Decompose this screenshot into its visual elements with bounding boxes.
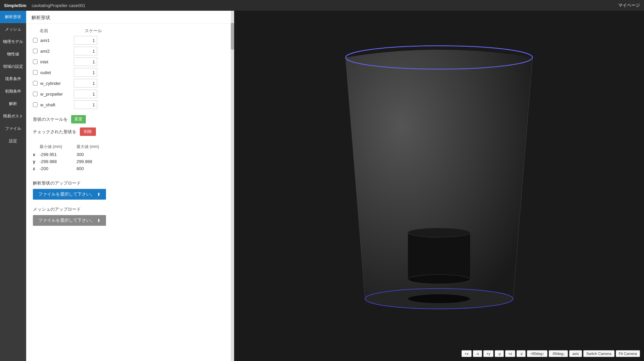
cam-btn--z[interactable]: +z [505,350,515,357]
delete-action-row: チェックされた形状を 削除 [33,127,227,136]
left-nav: 解析形状メッシュ物理モデル物性値領域の設定境界条件初期条件解析簡易ポストファイル… [0,11,26,361]
scroll-thumb[interactable] [231,23,234,50]
shape-name-w_shaft: w_shaft [40,102,74,107]
brand-logo: SimpleSim [4,3,26,8]
scale-input-w_cylinder[interactable] [74,79,97,88]
svg-point-14 [408,274,470,284]
upload-shape-label: 解析形状のアップロード [33,180,227,186]
bounds-max-x: 300 [76,152,113,157]
shape-row: w_propeller [33,90,227,98]
3d-shape-svg [234,11,644,361]
svg-point-13 [408,228,470,237]
panel-title: 解析形状 [26,11,234,24]
shape-name-w_propeller: w_propeller [40,92,74,97]
delete-button[interactable]: 削除 [80,127,96,136]
bounds-max-header: 最大値 (mm) [76,144,113,150]
main-layout: 解析形状メッシュ物理モデル物性値領域の設定境界条件初期条件解析簡易ポストファイル… [0,11,644,361]
shape-rows: ami1ami2inletoutletw_cylinderw_propeller… [33,36,227,109]
cam-btn--90deg-[interactable]: +90deg↑ [527,350,547,357]
scale-input-w_shaft[interactable] [74,100,97,109]
svg-point-12 [408,294,470,303]
cam-btn--y[interactable]: -y [495,350,504,357]
shape-checkbox-inlet[interactable] [33,59,38,64]
nav-item-簡易ポスト[interactable]: 簡易ポスト [0,110,26,122]
scale-input-w_propeller[interactable] [74,90,97,98]
shape-row: ami1 [33,36,227,45]
upload-shape-section: 解析形状のアップロード ファイルを選択して下さい。 ⬆ [33,180,227,200]
bounds-row-z: z-200800 [33,165,227,172]
bounds-header: 最小値 (mm) 最大値 (mm) [33,144,227,150]
shape-checkbox-w_propeller[interactable] [33,92,38,96]
shape-name-ami2: ami2 [40,49,74,54]
camera-buttons: +x-x+y-y+z-z+90deg↑-90deg↓axisSwitch Cam… [462,350,640,357]
upload-shape-btn-text: ファイルを選択して下さい。 [38,191,95,197]
shape-row: ami2 [33,47,227,55]
nav-item-物理モデル[interactable]: 物理モデル [0,36,26,48]
upload-mesh-btn-text: ファイルを選択して下さい。 [38,217,95,223]
cam-btn--x[interactable]: +x [462,350,472,357]
shape-row: w_cylinder [33,79,227,88]
bounds-axis-x: x [33,152,40,157]
shape-row: outlet [33,68,227,77]
col-scale-header: スケール [80,28,107,34]
nav-item-解析形状[interactable]: 解析形状 [0,11,26,23]
bounds-row-x: x-299.951300 [33,151,227,158]
shape-table-header: 名前 スケール [33,28,227,34]
nav-item-境界条件[interactable]: 境界条件 [0,73,26,85]
cam-btn-Switch-Camera[interactable]: Switch Camera [583,350,614,357]
mypage-link[interactable]: マイページ [618,2,640,8]
scale-input-ami2[interactable] [74,47,97,55]
col-name-header: 名前 [40,28,80,34]
nav-item-領域の設定[interactable]: 領域の設定 [0,60,26,73]
cam-btn-Fit-Camera[interactable]: Fit Camera [616,350,640,357]
bounds-min-x: -299.951 [40,152,76,157]
cam-btn--y[interactable]: +y [483,350,493,357]
bounds-min-z: -200 [40,166,76,171]
center-panel: 解析形状 名前 スケール ami1ami2inletoutletw_cylind… [26,11,234,361]
nav-item-物性値[interactable]: 物性値 [0,48,26,60]
bounds-max-y: 299.988 [76,159,113,164]
scrollbar[interactable] [231,11,234,361]
center-scroll: 名前 スケール ami1ami2inletoutletw_cylinderw_p… [26,24,234,361]
nav-item-設定[interactable]: 設定 [0,135,26,147]
bounds-axis-z: z [33,166,40,171]
nav-item-初期条件[interactable]: 初期条件 [0,85,26,98]
cam-btn-axis[interactable]: axis [569,350,582,357]
bounds-axis-y: y [33,159,40,164]
nav-item-ファイル[interactable]: ファイル [0,122,26,135]
upload-shape-button[interactable]: ファイルを選択して下さい。 ⬆ [33,189,106,200]
shape-name-inlet: inlet [40,59,74,64]
cam-btn--x[interactable]: -x [473,350,482,357]
shape-checkbox-ami2[interactable] [33,49,38,53]
bounds-section: 最小値 (mm) 最大値 (mm) x-299.951300y-299.9882… [33,144,227,172]
bounds-min-y: -299.988 [40,159,76,164]
shape-row: w_shaft [33,100,227,109]
bounds-rows: x-299.951300y-299.988299.988z-200800 [33,151,227,172]
scale-input-inlet[interactable] [74,57,97,66]
shape-checkbox-outlet[interactable] [33,70,38,75]
shape-row: inlet [33,57,227,66]
scale-input-outlet[interactable] [74,68,97,77]
nav-item-メッシュ[interactable]: メッシュ [0,23,26,36]
upload-icon: ⬆ [97,192,101,197]
scale-input-ami1[interactable] [74,36,97,45]
upload-mesh-icon: ⬆ [97,218,101,223]
case-title: cavitatingPropeller case001 [32,3,85,8]
upload-mesh-label: メッシュのアップロード [33,206,227,212]
shape-checkbox-ami1[interactable] [33,38,38,43]
cam-btn--90deg-[interactable]: -90deg↓ [549,350,568,357]
nav-item-解析[interactable]: 解析 [0,98,26,110]
topbar: SimpleSim cavitatingPropeller case001 マイ… [0,0,644,11]
shape-name-w_cylinder: w_cylinder [40,81,74,86]
scale-button[interactable]: 変更 [71,115,86,123]
bounds-row-y: y-299.988299.988 [33,158,227,165]
shape-checkbox-w_shaft[interactable] [33,102,38,107]
upload-mesh-button[interactable]: ファイルを選択して下さい。 ⬆ [33,215,106,226]
cam-btn--z[interactable]: -z [517,350,526,357]
shape-container [234,11,644,361]
delete-label: チェックされた形状を [33,129,76,135]
upload-mesh-section: メッシュのアップロード ファイルを選択して下さい。 ⬆ [33,206,227,226]
bounds-max-z: 800 [76,166,113,171]
shape-checkbox-w_cylinder[interactable] [33,81,38,86]
shape-name-outlet: outlet [40,70,74,75]
